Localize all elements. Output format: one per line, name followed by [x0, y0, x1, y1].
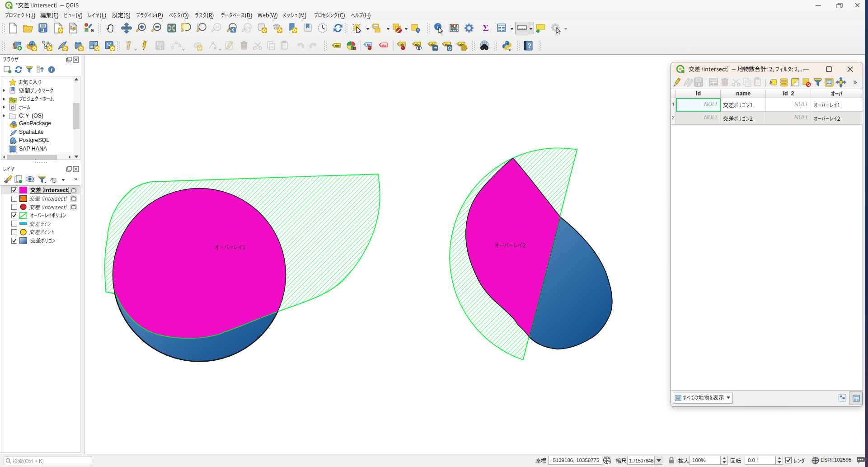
svg-text:?: ? — [527, 42, 531, 49]
svg-text:1:1: 1:1 — [215, 25, 219, 28]
svg-text:Σ: Σ — [483, 23, 488, 33]
svg-text:»: » — [74, 176, 77, 182]
svg-text:abc: abc — [415, 43, 420, 46]
svg-text:ab: ab — [400, 43, 404, 46]
svg-text:»: » — [854, 79, 857, 85]
svg-text:a: a — [91, 27, 94, 33]
svg-text:abc: abc — [381, 44, 387, 47]
svg-text:abc: abc — [334, 44, 340, 47]
svg-text:ε: ε — [769, 78, 772, 85]
svg-text:ab: ab — [367, 43, 371, 47]
